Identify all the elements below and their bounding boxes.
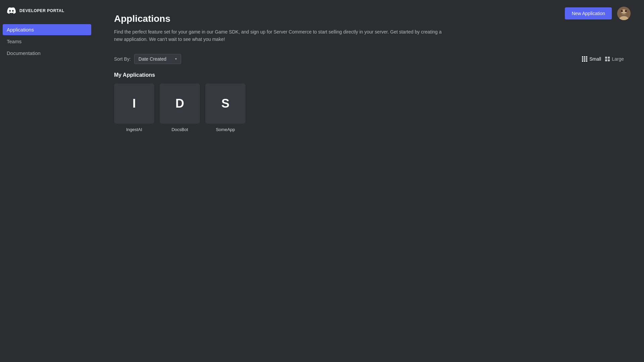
sidebar-item-teams[interactable]: Teams bbox=[3, 36, 91, 47]
app-name-ingestai: IngestAI bbox=[126, 127, 142, 132]
app-name-someapp: SomeApp bbox=[216, 127, 235, 132]
new-application-button[interactable]: New Application bbox=[565, 7, 612, 19]
app-card-ingestai[interactable]: I IngestAI bbox=[114, 83, 154, 132]
view-large-label: Large bbox=[612, 56, 624, 62]
sidebar: DEVELOPER PORTAL Applications Teams Docu… bbox=[0, 0, 94, 362]
grid-small-icon bbox=[582, 56, 587, 62]
sort-section: Sort By: Date Created ▾ bbox=[114, 54, 181, 64]
sidebar-item-documentation[interactable]: Documentation bbox=[3, 48, 91, 59]
sort-selected-value: Date Created bbox=[139, 56, 172, 62]
svg-point-4 bbox=[625, 10, 627, 12]
sort-label: Sort By: bbox=[114, 56, 131, 62]
app-icon-docsbot: D bbox=[160, 83, 200, 124]
apps-grid: I IngestAI D DocsBot S SomeApp bbox=[114, 83, 624, 132]
top-bar: New Application bbox=[565, 7, 631, 20]
svg-point-3 bbox=[621, 10, 623, 12]
page-description: Find the perfect feature set for your ga… bbox=[114, 28, 449, 43]
my-applications-section: My Applications I IngestAI D DocsBot S S… bbox=[114, 72, 624, 132]
user-avatar[interactable] bbox=[617, 7, 631, 20]
main-content: New Application Applications Find the pe… bbox=[94, 0, 644, 362]
app-icon-someapp: S bbox=[205, 83, 246, 124]
sidebar-header: DEVELOPER PORTAL bbox=[0, 0, 94, 21]
portal-title: DEVELOPER PORTAL bbox=[19, 8, 64, 13]
app-card-docsbot[interactable]: D DocsBot bbox=[160, 83, 200, 132]
view-section: Small Large bbox=[582, 56, 624, 62]
my-applications-title: My Applications bbox=[114, 72, 624, 78]
chevron-down-icon: ▾ bbox=[175, 57, 177, 61]
app-name-docsbot: DocsBot bbox=[171, 127, 188, 132]
app-icon-ingestai: I bbox=[114, 83, 154, 124]
view-small-button[interactable]: Small bbox=[582, 56, 601, 62]
view-large-button[interactable]: Large bbox=[605, 56, 624, 62]
page-title-section: Applications Find the perfect feature se… bbox=[114, 13, 624, 43]
avatar-image bbox=[617, 7, 631, 20]
sort-dropdown[interactable]: Date Created ▾ bbox=[134, 54, 181, 64]
sidebar-nav: Applications Teams Documentation bbox=[0, 21, 94, 61]
discord-logo-icon bbox=[7, 6, 16, 15]
controls-bar: Sort By: Date Created ▾ Small L bbox=[114, 54, 624, 64]
sidebar-item-applications[interactable]: Applications bbox=[3, 24, 91, 35]
page-title: Applications bbox=[114, 13, 624, 24]
view-small-label: Small bbox=[589, 56, 601, 62]
grid-large-icon bbox=[605, 57, 610, 61]
app-card-someapp[interactable]: S SomeApp bbox=[205, 83, 246, 132]
